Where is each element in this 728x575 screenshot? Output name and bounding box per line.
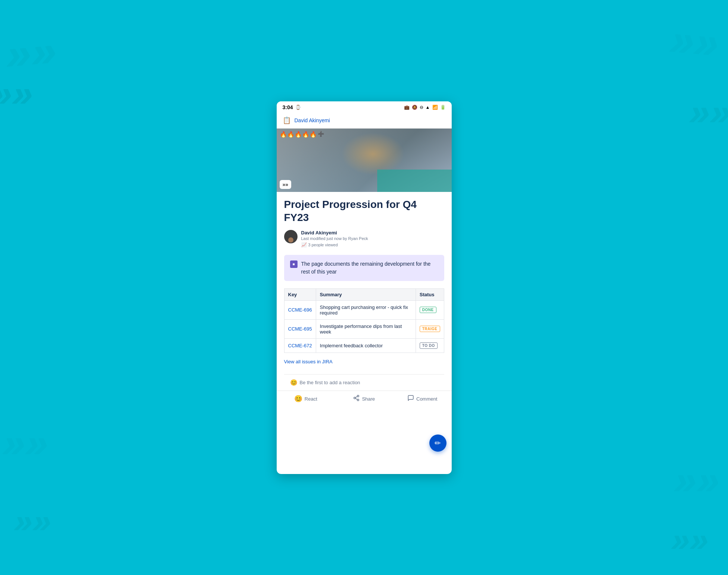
views-row: 📈 3 people viewed — [301, 242, 368, 247]
status-badge: TO DO — [420, 342, 438, 349]
issue-key[interactable]: CCME-695 — [284, 319, 316, 338]
author-info: David Akinyemi Last modified just now by… — [301, 230, 368, 247]
issue-summary: Shopping cart purchasing error - quick f… — [316, 300, 416, 319]
issues-table: Key Summary Status CCME-696Shopping cart… — [284, 288, 444, 353]
issue-key[interactable]: CCME-672 — [284, 338, 316, 353]
reaction-prompt: Be the first to add a reaction — [300, 380, 360, 385]
page-content: Project Progression for Q4 FY23 David Ak… — [277, 192, 452, 391]
summary-text: The page documents the remaining develop… — [301, 260, 438, 276]
summary-box: ■ The page documents the remaining devel… — [284, 255, 444, 281]
table-row: CCME-672Implement feedback collectorTO D… — [284, 338, 444, 353]
reaction-left[interactable]: 😊 Be the first to add a reaction — [290, 379, 360, 386]
status-signal-icon: 📶 — [432, 105, 438, 110]
col-header-key: Key — [284, 288, 316, 300]
svg-line-4 — [356, 397, 357, 398]
comment-icon — [407, 395, 414, 403]
issue-status: DONE — [416, 300, 444, 319]
table-header: Key Summary Status — [284, 288, 444, 300]
status-dnd-icon: ⊖ — [420, 105, 423, 110]
nav-page-icon: 📋 — [283, 116, 291, 124]
avatar — [284, 230, 298, 243]
author-row: David Akinyemi Last modified just now by… — [284, 230, 444, 247]
svg-line-3 — [356, 398, 357, 399]
top-nav: 📋 David Akinyemi — [277, 113, 452, 129]
status-briefcase-icon: 💼 — [404, 105, 410, 110]
issue-summary: Investigate performance dips from last w… — [316, 319, 416, 338]
edit-fab-button[interactable]: ✏ — [429, 435, 446, 452]
react-icon: 😊 — [294, 395, 302, 403]
views-chart-icon: 📈 — [301, 242, 307, 247]
comment-label: Comment — [416, 396, 437, 402]
status-bell-icon: 🔕 — [412, 105, 417, 110]
view-all-issues-link[interactable]: View all issues in JIRA — [284, 357, 444, 367]
last-modified-text: Last modified just now by Ryan Peck — [301, 236, 368, 241]
table-body: CCME-696Shopping cart purchasing error -… — [284, 300, 444, 353]
bottom-action-bar: 😊 React Share Comment — [277, 391, 452, 407]
status-bar-right: 💼 🔕 ⊖ ▲ 📶 🔋 — [404, 105, 446, 110]
status-bar: 3:04 ⌚ 💼 🔕 ⊖ ▲ 📶 🔋 — [277, 101, 452, 113]
status-badge: TRAIGE — [420, 326, 440, 332]
issue-status: TO DO — [416, 338, 444, 353]
reaction-area: 😊 Be the first to add a reaction — [284, 374, 444, 391]
nav-breadcrumb-link[interactable]: David Akinyemi — [295, 117, 330, 123]
table-header-row: Key Summary Status — [284, 288, 444, 300]
hero-overlay-button[interactable]: »» — [280, 180, 292, 189]
reaction-emoji-icon: 😊 — [290, 379, 298, 386]
issue-summary: Implement feedback collector — [316, 338, 416, 353]
hero-image: 🔥🔥🔥🔥🔥➕ »» — [277, 129, 452, 192]
status-time: 3:04 — [283, 104, 293, 110]
status-badge: DONE — [420, 307, 436, 313]
react-action-button[interactable]: 😊 React — [277, 395, 335, 403]
share-action-button[interactable]: Share — [335, 395, 393, 403]
avatar-head — [288, 237, 293, 243]
status-battery-icon: 🔋 — [440, 105, 446, 110]
status-watch-icon: ⌚ — [295, 105, 301, 110]
author-name: David Akinyemi — [301, 230, 368, 236]
col-header-summary: Summary — [316, 288, 416, 300]
page-title: Project Progression for Q4 FY23 — [284, 198, 444, 224]
status-wifi-icon: ▲ — [426, 105, 430, 110]
share-label: Share — [362, 396, 375, 402]
table-row: CCME-696Shopping cart purchasing error -… — [284, 300, 444, 319]
issue-key[interactable]: CCME-696 — [284, 300, 316, 319]
col-header-status: Status — [416, 288, 444, 300]
table-row: CCME-695Investigate performance dips fro… — [284, 319, 444, 338]
hero-emoji-bar: 🔥🔥🔥🔥🔥➕ — [280, 131, 324, 138]
phone-frame: 3:04 ⌚ 💼 🔕 ⊖ ▲ 📶 🔋 📋 David Akinyemi 🔥🔥🔥🔥… — [277, 101, 452, 474]
summary-page-icon: ■ — [290, 260, 298, 268]
views-count: 3 people viewed — [308, 243, 338, 247]
share-icon — [353, 395, 360, 403]
react-label: React — [305, 396, 317, 402]
hero-forward-icon: »» — [283, 181, 289, 187]
comment-action-button[interactable]: Comment — [393, 395, 452, 403]
issue-status: TRAIGE — [416, 319, 444, 338]
status-bar-left: 3:04 ⌚ — [283, 104, 301, 110]
edit-pencil-icon: ✏ — [435, 439, 441, 448]
